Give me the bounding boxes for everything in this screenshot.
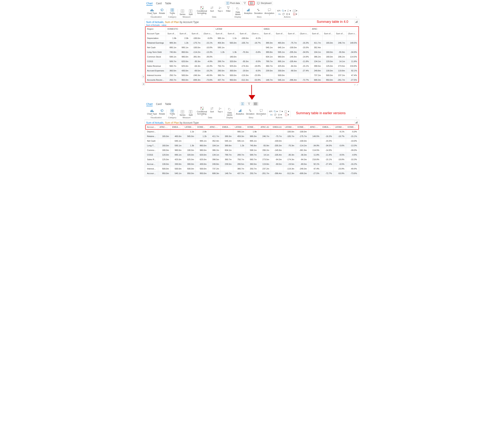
cell: 148.7m bbox=[221, 171, 233, 176]
table-row[interactable]: Sales Revenue125.0m425.0m925.0m625.0m398… bbox=[145, 157, 359, 162]
trellis-button[interactable]: Trellis ▾ bbox=[169, 8, 175, 15]
table-row[interactable]: Retained Earnings165.0m465.0m565.0m1.2b4… bbox=[145, 134, 359, 139]
summary-table-button-2[interactable] bbox=[253, 102, 258, 106]
row-config-handle[interactable]: ⚙ bbox=[142, 83, 145, 86]
cell: -34.9% bbox=[308, 143, 321, 148]
filter-button-2[interactable] bbox=[246, 102, 252, 106]
pivot-data-button-2[interactable] bbox=[240, 102, 245, 106]
analytics-button[interactable]: Analytics bbox=[244, 8, 252, 14]
tab-table[interactable]: Table bbox=[165, 1, 171, 6]
tab-card-2[interactable]: Card bbox=[156, 102, 162, 106]
table-row[interactable]: Depreciation1.9b2.0b-100.0m-5.0%995.1m1.… bbox=[145, 36, 359, 41]
cell: -100.0m bbox=[238, 36, 250, 41]
expand-ribbon-button[interactable]: ⌄ bbox=[356, 15, 359, 19]
series-button[interactable]: Series bbox=[179, 9, 186, 15]
annotation-button[interactable]: Annotation ▾ bbox=[264, 8, 274, 15]
chart-type-button[interactable]: Chart Type ▾ bbox=[147, 8, 157, 15]
filter-ribbon-button[interactable]: Filter bbox=[225, 6, 232, 12]
trellis-button-2[interactable]: Trellis▾ bbox=[169, 109, 175, 116]
storyboard-button[interactable]: Storyboard bbox=[255, 1, 273, 5]
kpi-button-2[interactable]: KPI bbox=[269, 110, 272, 112]
cell: -4.9% bbox=[202, 59, 214, 64]
rotate-button-2[interactable]: Rotate bbox=[159, 109, 165, 115]
cell: 389.3m bbox=[262, 41, 274, 45]
table-row[interactable]: Accounts Receivable950.0m545.1m950.0m950… bbox=[145, 171, 359, 176]
measure-col: (Sum of Actuals - Sum of... bbox=[298, 31, 310, 36]
table-row[interactable]: Retained Earnings989.3m1.2b-175.7m-15.1%… bbox=[145, 41, 359, 45]
settings-button[interactable]: ▾ bbox=[286, 13, 290, 15]
cell: 47.4% bbox=[308, 166, 321, 171]
series-button-2[interactable]: Series bbox=[179, 110, 186, 116]
cell: 330.0m bbox=[171, 162, 183, 166]
tab-card[interactable]: Card bbox=[156, 1, 162, 6]
tab-chart[interactable]: Chart bbox=[146, 1, 153, 6]
table-row[interactable]: Net Cash645.1m995.1m352.4m545.1m595.1m89… bbox=[145, 139, 359, 143]
data-labels-button-2[interactable]: Data labels bbox=[226, 108, 233, 116]
search-button[interactable]: ▾ bbox=[282, 9, 286, 12]
table-row[interactable]: Accrued Expenses130.0m330.0m300.0m430.0m… bbox=[145, 162, 359, 166]
export-button[interactable]: ▾ bbox=[293, 9, 297, 12]
deviation-button[interactable]: Deviation bbox=[254, 8, 263, 14]
chart-quick-button-2[interactable] bbox=[355, 121, 359, 125]
read-mode-button[interactable]: A bbox=[278, 13, 281, 15]
cell: -75.7m bbox=[271, 134, 283, 139]
row-drag-handle[interactable]: ≡ bbox=[142, 75, 145, 78]
filter-button[interactable] bbox=[242, 1, 247, 5]
cell: 180.0m bbox=[323, 54, 335, 59]
search-button-2[interactable]: ▾ bbox=[273, 110, 278, 113]
svg-rect-29 bbox=[257, 9, 258, 10]
cond-format-button[interactable]: Conditional formatting ▾ bbox=[197, 6, 207, 15]
expand-ribbon-button-2[interactable]: ⌄ bbox=[356, 116, 359, 119]
table-row[interactable]: Interest Income250.7m500.0m-249.3m-49.9%… bbox=[145, 73, 359, 78]
lasso-button-2[interactable]: ▾ bbox=[279, 110, 283, 113]
tab-table-2[interactable]: Table bbox=[165, 102, 171, 106]
cell bbox=[258, 139, 271, 143]
table-row[interactable]: Accrued Expenses360.5m430.0m-69.5m-16.2%… bbox=[145, 68, 359, 73]
expand-indicator-icon[interactable]: ⤢ bbox=[357, 84, 358, 86]
rotate-button[interactable]: Rotate bbox=[159, 8, 165, 14]
rotate-icon bbox=[161, 8, 164, 12]
table-row[interactable]: Net Cash895.1m995.1m-100.0m-10.0%595.1m5… bbox=[145, 45, 359, 50]
pdf-button-2[interactable]: ▾ bbox=[285, 113, 289, 116]
export-button-2[interactable]: ▾ bbox=[285, 110, 289, 113]
cond-format-button-2[interactable]: Conditional formatting▾ bbox=[197, 107, 207, 116]
reset-button[interactable] bbox=[282, 13, 285, 15]
table-row[interactable]: Accounts Receivable250.7m950.0m-699.3m-7… bbox=[145, 78, 359, 82]
pivot-data-button[interactable]: Pivot data bbox=[225, 1, 241, 5]
old-col: EMEA-Δ1 bbox=[271, 125, 283, 129]
table-row[interactable]: Sales Revenue560.7m625.0m-64.3m-10.3%750… bbox=[145, 64, 359, 68]
cell: -6.5% bbox=[250, 68, 262, 73]
cell: 595.1m bbox=[233, 139, 246, 143]
table-row[interactable]: Long-Term Debt745.8m860.0m-114.2m-13.3%1… bbox=[145, 50, 359, 54]
table-row[interactable]: Depreciation1.1b2.0b995.1m1.9b-100.0m-10… bbox=[145, 129, 359, 134]
cell: -49.9% bbox=[346, 166, 359, 171]
table-row[interactable]: Interest Income500.0m500.0m500.0m500.0m7… bbox=[145, 166, 359, 171]
cell: -100.0m bbox=[190, 36, 202, 41]
data-labels-button[interactable]: Data labels bbox=[234, 7, 241, 15]
read-mode-button-2[interactable]: A bbox=[270, 114, 273, 116]
summary-table-button[interactable] bbox=[249, 1, 254, 5]
tab-chart-2[interactable]: Chart bbox=[146, 102, 153, 106]
sort-button-2[interactable]: Sort bbox=[209, 107, 215, 113]
chart-type-button-2[interactable]: Chart Type▾ bbox=[147, 109, 157, 116]
split-button[interactable]: Split bbox=[187, 9, 194, 15]
filter-indicator-icon[interactable]: ▽ bbox=[354, 84, 356, 86]
kpi-button[interactable]: KPI bbox=[277, 10, 281, 12]
reset-button-2[interactable] bbox=[274, 113, 276, 116]
table-row[interactable]: Common Stock180.0m980.0m180.0m980.0m386.… bbox=[145, 148, 359, 153]
table-row[interactable]: Common Stock598.1m980.0m-381.9m-39.0%180… bbox=[145, 54, 359, 59]
topn-button[interactable]: n Top n bbox=[217, 6, 223, 12]
table-row[interactable]: Long-Term Debt160.0m595.1m1.3b860.0m104.… bbox=[145, 143, 359, 148]
pdf-button[interactable]: PDF▾ bbox=[293, 13, 297, 15]
topn-button-2[interactable]: nTop n bbox=[217, 107, 223, 113]
deviation-button-2[interactable]: Deviation bbox=[246, 109, 254, 115]
chart-quick-button[interactable] bbox=[355, 20, 359, 24]
table-row[interactable]: COGS589.7m620.0m-30.3m-4.9%289.7m320.0m-… bbox=[145, 59, 359, 64]
annotation-button-2[interactable]: Annotation▾ bbox=[256, 109, 266, 116]
sort-button[interactable]: Sort bbox=[209, 6, 215, 12]
lasso-button[interactable]: ▾ bbox=[287, 9, 291, 12]
analytics-button-2[interactable]: Analytics bbox=[236, 109, 244, 115]
table-row[interactable]: COGS120.0m895.1m320.0m620.0m134.1m789.7m… bbox=[145, 153, 359, 157]
settings-button-2[interactable]: ▾ bbox=[278, 113, 282, 116]
split-button-2[interactable]: Split bbox=[187, 110, 194, 116]
